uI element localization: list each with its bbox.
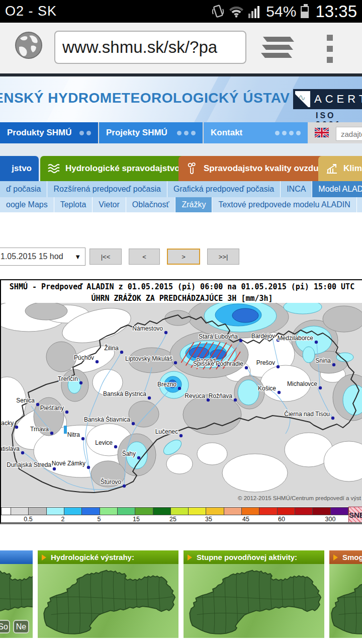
section-tab-label: jstvo xyxy=(12,164,32,174)
city-dot xyxy=(120,351,123,354)
section-tab-2[interactable]: Hydrologické spravodajstvo xyxy=(40,156,187,181)
url-bar[interactable] xyxy=(54,31,246,64)
legend-cell xyxy=(224,507,242,515)
site-search[interactable] xyxy=(336,127,362,141)
section-tab-3[interactable]: Spravodajstvo kvality ovzdušia xyxy=(178,156,337,181)
status-icons: 54% 13:35 xyxy=(211,2,357,21)
city-dot xyxy=(148,396,151,399)
city-label: Banská Bystrica xyxy=(103,390,146,397)
subnav-field-row: oogle MapsTeplotaVietorOblačnosťZrážkyTe… xyxy=(0,197,362,212)
section-tab-4[interactable]: Klima xyxy=(318,156,362,181)
globe-icon[interactable] xyxy=(14,31,43,60)
city-dot xyxy=(50,432,53,435)
city-label: Michalovce xyxy=(287,380,317,387)
subnav2-item-4[interactable]: Oblačnosť xyxy=(126,197,176,212)
time-step-button-2[interactable]: < xyxy=(129,249,160,265)
legend-label: 45 xyxy=(242,516,249,523)
time-step-button-3[interactable]: > xyxy=(167,249,200,265)
city-label: Malacky xyxy=(1,420,14,427)
day-button-so[interactable]: So xyxy=(0,620,10,633)
subnav2-item-2[interactable]: Teplota xyxy=(54,197,93,212)
city-label: Levice xyxy=(95,439,113,446)
section-tab-label: Klima xyxy=(343,164,362,174)
waves-icon xyxy=(47,163,60,174)
legend-cell xyxy=(11,507,29,515)
city-label: Piešťany xyxy=(40,405,64,412)
city-dot xyxy=(164,331,167,334)
main-nav: Produkty SHMÚProjekty SHMÚKontakt xyxy=(0,122,362,143)
uk-flag-icon[interactable] xyxy=(315,128,329,137)
warning-panel-header[interactable] xyxy=(0,550,33,564)
nav-item-1[interactable]: Produkty SHMÚ xyxy=(0,122,98,143)
section-tab-1[interactable]: jstvo xyxy=(0,156,39,181)
warning-panel-header[interactable]: Hydrologické výstrahy: xyxy=(38,550,178,564)
city-label: Púchov xyxy=(74,354,94,361)
city-dot xyxy=(15,426,18,429)
iso-label: ISO 9001 xyxy=(316,111,362,122)
day-button-ne[interactable]: Ne xyxy=(13,620,29,633)
warning-panel-header[interactable]: Smog xyxy=(329,550,362,564)
nav-item-2[interactable]: Projekty SHMÚ xyxy=(99,122,203,143)
legend-cell xyxy=(278,507,295,515)
subnav2-item-6[interactable]: Textové predpovede modelu ALADIN xyxy=(212,197,356,212)
city-label: Bratislava xyxy=(1,445,20,452)
subnav2-item-5[interactable]: Zrážky xyxy=(175,197,212,212)
city-label: Košice xyxy=(258,385,276,392)
subnav2-item-1[interactable]: oogle Maps xyxy=(0,197,54,212)
dropdown-arrow-icon: ▼ xyxy=(74,253,81,261)
city-dot xyxy=(315,341,318,344)
city-dot xyxy=(114,445,117,448)
legend-label: 300 xyxy=(325,516,336,523)
slovakia-silhouette xyxy=(44,571,175,634)
subnav1-item-3[interactable]: Grafická predpoveď počasia xyxy=(167,181,281,197)
city-label: Námestovo xyxy=(132,325,163,332)
warning-panel-header[interactable]: Stupne povodňovej aktivity: xyxy=(184,550,324,564)
play-icon xyxy=(42,554,46,560)
city-dot xyxy=(331,417,334,420)
subnav1-item-1[interactable]: ď počasia xyxy=(0,181,47,197)
warning-panel-title: Smog xyxy=(342,553,362,561)
legend-cell xyxy=(331,507,348,515)
legend-cell xyxy=(118,507,135,515)
tabs-icon[interactable] xyxy=(259,37,298,62)
clock: 13:35 xyxy=(315,2,357,21)
legend-label: 60 xyxy=(278,516,285,523)
warning-panel-2[interactable]: Hydrologické výstrahy: xyxy=(38,550,178,638)
city-dot xyxy=(123,485,126,488)
time-step-button-4[interactable]: >>| xyxy=(207,249,239,265)
city-dot xyxy=(179,434,183,437)
subnav1-item-4[interactable]: INCA xyxy=(281,181,312,197)
search-input[interactable] xyxy=(336,127,362,140)
city-label: Nitra xyxy=(67,431,80,438)
menu-icon[interactable] xyxy=(327,35,333,63)
warning-panel-title: Stupne povodňovej aktivity: xyxy=(197,553,297,561)
city-dot xyxy=(277,365,280,368)
time-select[interactable]: 1.05.2015 15 hod ▼ xyxy=(0,248,85,266)
city-dot xyxy=(81,437,84,440)
subnav1-item-5[interactable]: Model ALADIN xyxy=(312,181,362,197)
battery-icon xyxy=(301,4,311,19)
legend-cell xyxy=(29,507,46,515)
subnav2-item-7[interactable]: Viac... xyxy=(357,197,362,212)
legend-cell xyxy=(135,507,153,515)
city-label: Štúrovo xyxy=(101,478,122,486)
carrier-label: O2 - SK xyxy=(5,4,57,19)
warning-panel-4[interactable]: Smog xyxy=(329,550,362,638)
city-label: Snina xyxy=(315,357,331,364)
site-masthead: ENSKÝ HYDROMETEOROLOGICKÝ ÚSTAV ACERT IS… xyxy=(0,76,362,122)
url-input[interactable] xyxy=(55,32,246,63)
warning-panel-3[interactable]: Stupne povodňovej aktivity: xyxy=(184,550,324,638)
warning-panels: Hydrologické výstrahy:Stupne povodňovej … xyxy=(0,550,362,638)
warning-map xyxy=(184,564,324,638)
city-label: Senica xyxy=(16,397,35,404)
legend-cell xyxy=(313,507,330,515)
nav-dots-icon xyxy=(79,131,91,135)
nav-item-3[interactable]: Kontakt xyxy=(204,122,308,143)
time-step-button-1[interactable]: |<< xyxy=(89,249,122,265)
city-dot xyxy=(87,466,90,469)
city-dot xyxy=(36,403,39,406)
legend-cell xyxy=(64,507,82,515)
subnav2-item-3[interactable]: Vietor xyxy=(93,197,126,212)
legend-cell xyxy=(295,507,313,515)
subnav1-item-2[interactable]: Rozšírená predpoveď počasia xyxy=(47,181,167,197)
